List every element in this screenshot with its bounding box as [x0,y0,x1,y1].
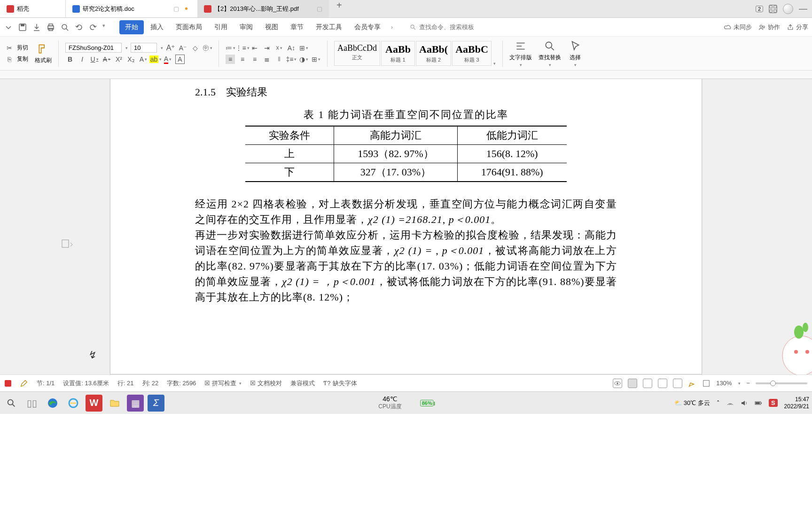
justify-icon[interactable]: ≣ [262,55,272,64]
window-detach-icon[interactable]: ▢ [173,5,179,12]
cpu-temp-widget[interactable]: 46℃ CPU温度 [378,395,401,411]
font-family-select[interactable] [65,43,122,53]
numbering-icon[interactable]: ⋮≡▾ [238,43,247,53]
eye-icon[interactable] [613,379,622,388]
collaborate-button[interactable]: 协作 [758,23,780,32]
chevron-down-icon[interactable]: ▾ [161,46,163,50]
volume-icon[interactable] [741,399,748,407]
format-painter-button[interactable]: 格式刷 [33,42,54,64]
print-icon[interactable] [46,23,55,32]
sync-status[interactable]: 未同步 [724,23,752,32]
view-print-icon[interactable] [628,379,637,388]
tab-view[interactable]: 视图 [259,20,284,34]
fit-page-icon[interactable] [702,379,710,388]
record-macro-icon[interactable] [5,380,11,387]
file-explorer-icon[interactable] [106,395,123,412]
cut-label[interactable]: 剪切 [17,44,28,52]
tabs-overflow-icon[interactable]: › [387,24,397,31]
status-col[interactable]: 列: 22 [142,379,159,388]
styles-expand-icon[interactable]: ▾ [493,61,496,66]
bold-icon[interactable]: B [65,55,75,64]
qat-customize-icon[interactable]: ▾ [102,23,112,32]
missing-font[interactable]: Ƭ?缺失字体 [323,379,357,388]
select-button[interactable]: 选择▾ [566,40,585,67]
ie-icon[interactable] [65,395,82,412]
redo-icon[interactable] [88,23,98,32]
user-avatar[interactable] [783,4,793,14]
zoom-out-button[interactable]: − [746,380,750,387]
battery-icon[interactable] [755,399,762,407]
export-icon[interactable] [32,23,41,32]
tab-document-active[interactable]: 研究2论文初稿.doc ▢ • [66,0,197,17]
style-normal[interactable]: AaBbCcDd正文 [334,41,380,66]
italic-icon[interactable]: I [78,55,87,64]
align-right-icon[interactable]: ≡ [250,55,259,64]
horizontal-ruler[interactable] [0,71,812,79]
decrease-font-icon[interactable]: A⁻ [178,43,187,53]
battery-widget[interactable]: 86% [421,400,434,406]
bullets-icon[interactable]: ≔▾ [226,43,235,53]
cut-icon[interactable]: ✂ [5,43,14,53]
style-heading1[interactable]: AaBb标题 1 [381,41,415,66]
status-section[interactable]: 节: 1/1 [37,379,55,388]
tab-insert[interactable]: 插入 [145,20,169,34]
align-center-icon[interactable]: ≡ [238,55,247,64]
text-layout-button[interactable]: 文字排版▾ [508,40,534,67]
status-setting[interactable]: 设置值: 13.6厘米 [63,379,109,388]
wps-icon[interactable]: W [86,395,102,412]
ime-icon[interactable]: S [769,399,778,407]
view-reading-icon[interactable] [658,379,667,388]
new-tab-button[interactable]: + [329,0,350,17]
undo-icon[interactable] [74,23,84,32]
spell-check[interactable]: ☒拼写检查▾ [204,379,242,388]
tab-review[interactable]: 审阅 [234,20,258,34]
zoom-slider[interactable] [756,382,807,384]
document-page[interactable]: 2.1.5 实验结果 表 1 能力词语在垂直空间不同位置的比率 实验条件 高能力… [110,79,702,374]
tab-references[interactable]: 引用 [209,20,233,34]
mathtype-icon[interactable]: Σ [148,395,164,412]
compat-mode[interactable]: 兼容模式 [290,379,315,388]
status-words[interactable]: 字数: 2596 [167,379,196,388]
apps-grid-icon[interactable] [769,5,777,13]
pen-icon[interactable] [20,379,28,388]
style-heading2[interactable]: AaBb(标题 2 [416,41,451,66]
underline-icon[interactable]: U▾ [90,55,99,64]
print-preview-icon[interactable] [60,23,70,32]
save-icon[interactable] [18,23,27,32]
share-button[interactable]: 分享 [787,23,808,32]
increase-indent-icon[interactable]: ⇥ [262,43,272,53]
view-outline-icon[interactable] [643,379,652,388]
tab-page-layout[interactable]: 页面布局 [170,20,208,34]
find-replace-button[interactable]: 查找替换▾ [537,40,563,67]
weather-widget[interactable]: ⛅ 30℃ 多云 [674,399,710,407]
doc-check[interactable]: ☒文档校对 [250,379,282,388]
clear-format-icon[interactable]: ◇ [190,43,200,53]
shading-icon[interactable]: ◑▾ [299,55,308,64]
align-left-icon[interactable]: ≡ [226,55,235,64]
asian-layout-icon[interactable]: ⊞▾ [299,43,308,53]
edit-mode-icon[interactable] [688,379,696,388]
window-detach-icon[interactable]: ▢ [317,5,322,12]
minimize-button[interactable]: — [799,4,807,14]
network-icon[interactable] [726,399,734,407]
highlight-icon[interactable]: ab▾ [151,55,160,64]
font-size-select[interactable] [131,43,157,53]
tab-developer[interactable]: 开发工具 [310,20,348,34]
font-color-icon[interactable]: A▾ [163,55,172,64]
style-heading3[interactable]: AaBbC标题 3 [452,41,492,66]
tab-start[interactable]: 开始 [119,20,144,34]
file-menu-chevron-icon[interactable] [4,23,13,32]
tray-chevron-up-icon[interactable]: ˄ [717,399,720,406]
clock-widget[interactable]: 15:47 2022/9/21 [784,396,809,410]
character-border-icon[interactable]: A [175,55,185,64]
distribute-icon[interactable]: ⫴ [274,55,284,64]
command-search[interactable] [406,22,491,32]
sort-icon[interactable]: ☓▾ [274,43,284,53]
borders-icon[interactable]: ⊞▾ [311,55,320,64]
tab-chapters[interactable]: 章节 [285,20,309,34]
text-direction-icon[interactable]: A↕ [287,43,296,53]
copy-icon[interactable]: ⎘ [5,55,14,64]
page-side-tool[interactable] [61,239,74,248]
window-count-badge[interactable]: 2 [756,6,763,12]
status-line[interactable]: 行: 21 [117,379,134,388]
